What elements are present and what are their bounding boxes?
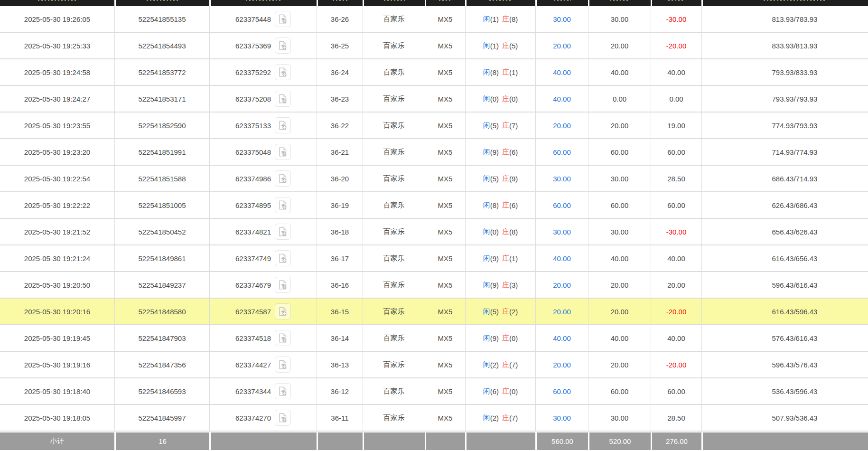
table-code-text: MX5	[438, 414, 453, 422]
footer-winloss-total: 276.00	[651, 432, 701, 450]
game-type: 百家乐	[363, 378, 425, 404]
video-replay-button[interactable]	[275, 38, 291, 54]
win-loss-amount: 40.00	[651, 245, 701, 271]
player-result-label: 闲	[483, 68, 490, 77]
banker-result-score: (6)	[509, 148, 518, 156]
table-row[interactable]: 2025-05-30 19:26:05522541855135623375448…	[0, 6, 868, 33]
bet-time: 2025-05-30 19:22:54	[0, 166, 114, 191]
balance-text: 596.43/616.43	[772, 281, 818, 289]
video-replay-button[interactable]	[275, 224, 291, 240]
footer-count: 16	[114, 432, 209, 450]
bet-amount-text: 20.00	[553, 122, 571, 130]
table-round-number: 36-20	[317, 166, 363, 191]
balance-text: 626.43/686.43	[772, 201, 818, 209]
bet-order-number: 522541853171	[114, 86, 209, 112]
valid-amount: 20.00	[588, 113, 651, 138]
table-row[interactable]: 2025-05-30 19:24:58522541853772623375292…	[0, 59, 868, 86]
table-row[interactable]: 2025-05-30 19:19:45522541847903623374518…	[0, 325, 868, 352]
win-loss-text: -30.00	[666, 15, 687, 23]
table-header-cell	[588, 0, 651, 6]
table-row[interactable]: 2025-05-30 19:19:16522541847356623374427…	[0, 352, 868, 378]
table-round-number-text: 36-25	[331, 42, 349, 50]
game-round-id: 623374270	[235, 414, 271, 422]
game-result: 闲(2)庄(7)	[465, 405, 535, 431]
table-round-number: 36-14	[317, 325, 363, 351]
table-row[interactable]: 2025-05-30 19:18:40522541846593623374344…	[0, 378, 868, 405]
win-loss-amount: 60.00	[651, 192, 701, 218]
game-type: 百家乐	[363, 6, 425, 32]
table-round-number-text: 36-15	[331, 308, 349, 316]
video-replay-icon	[278, 253, 288, 263]
table-row[interactable]: 2025-05-30 19:21:24522541849861623374749…	[0, 245, 868, 272]
game-type: 百家乐	[363, 33, 425, 58]
video-replay-button[interactable]	[275, 383, 291, 399]
table-row[interactable]: 2025-05-30 19:20:16522541848580623374587…	[0, 299, 868, 325]
player-result-label: 闲	[483, 387, 490, 396]
video-replay-button[interactable]	[275, 170, 291, 187]
table-row[interactable]: 2025-05-30 19:22:22522541851005623374895…	[0, 192, 868, 219]
table-row[interactable]: 2025-05-30 19:21:52522541850452623374821…	[0, 219, 868, 245]
game-type: 百家乐	[363, 219, 425, 244]
win-loss-text: -20.00	[666, 42, 687, 50]
balance-before-after: 813.93/783.93	[701, 6, 868, 32]
video-replay-button[interactable]	[275, 197, 291, 213]
table-row[interactable]: 2025-05-30 19:22:54522541851588623374986…	[0, 166, 868, 192]
game-result: 闲(5)庄(7)	[465, 113, 535, 138]
win-loss-amount: -30.00	[651, 219, 701, 244]
player-result-score: (1)	[490, 15, 499, 23]
video-replay-button[interactable]	[275, 11, 291, 27]
bet-amount-text: 20.00	[553, 281, 571, 289]
valid-amount: 40.00	[588, 325, 651, 351]
win-loss-amount: -20.00	[651, 299, 701, 324]
table-row[interactable]: 2025-05-30 19:20:50522541849237623374679…	[0, 272, 868, 299]
table-row[interactable]: 2025-05-30 19:23:20522541851991623375048…	[0, 139, 868, 166]
table-row[interactable]: 2025-05-30 19:25:33522541854493623375369…	[0, 33, 868, 59]
video-replay-button[interactable]	[275, 91, 291, 107]
game-round-id: 623374679	[235, 281, 271, 289]
video-replay-button[interactable]	[275, 277, 291, 293]
video-replay-button[interactable]	[275, 330, 291, 346]
banker-result-score: (1)	[509, 254, 518, 263]
video-replay-button[interactable]	[275, 410, 291, 426]
game-result: 闲(2)庄(7)	[465, 352, 535, 377]
game-round-id-cell: 623374427	[209, 352, 317, 377]
bet-order-number-text: 522541847903	[138, 334, 186, 342]
table-round-number-text: 36-17	[331, 254, 349, 263]
game-type-text: 百家乐	[383, 68, 405, 77]
video-replay-button[interactable]	[275, 117, 291, 133]
video-replay-button[interactable]	[275, 303, 291, 319]
table-row[interactable]: 2025-05-30 19:23:55522541852590623375133…	[0, 113, 868, 139]
table-code-text: MX5	[438, 201, 453, 209]
table-row[interactable]: 2025-05-30 19:24:27522541853171623375208…	[0, 86, 868, 113]
video-replay-button[interactable]	[275, 250, 291, 266]
video-replay-icon	[278, 200, 288, 210]
table-summary: 小计16560.00520.00276.00总计16560.00520.0027…	[0, 432, 868, 451]
win-loss-text: -30.00	[666, 228, 687, 236]
game-round-id: 623374749	[235, 254, 271, 263]
bet-order-number: 522541847903	[114, 325, 209, 351]
video-replay-button[interactable]	[275, 64, 291, 80]
bet-amount-text: 40.00	[553, 95, 571, 103]
table-round-number: 36-12	[317, 378, 363, 404]
game-round-id: 623374986	[235, 175, 271, 183]
valid-amount-text: 20.00	[611, 361, 629, 369]
table-round-number: 36-19	[317, 192, 363, 218]
player-result-score: (5)	[490, 308, 499, 316]
balance-text: 793.93/833.93	[772, 68, 818, 76]
player-result-label: 闲	[483, 254, 490, 263]
bet-time: 2025-05-30 19:18:40	[0, 378, 114, 404]
bet-amount: 30.00	[535, 219, 588, 244]
table-round-number: 36-26	[317, 6, 363, 32]
game-round-id-cell: 623375133	[209, 113, 317, 138]
table-row[interactable]: 2025-05-30 19:18:05522541845997623374270…	[0, 405, 868, 432]
bet-time: 2025-05-30 19:21:24	[0, 245, 114, 271]
video-replay-button[interactable]	[275, 357, 291, 373]
bet-time: 2025-05-30 19:24:58	[0, 59, 114, 85]
table-round-number-text: 36-19	[331, 201, 349, 209]
win-loss-amount: 0.00	[651, 86, 701, 112]
bet-amount-text: 40.00	[553, 254, 571, 263]
footer-label: 小计	[0, 432, 114, 450]
banker-result-label: 庄	[502, 307, 509, 316]
table-code-text: MX5	[438, 281, 453, 289]
video-replay-button[interactable]	[275, 144, 291, 160]
